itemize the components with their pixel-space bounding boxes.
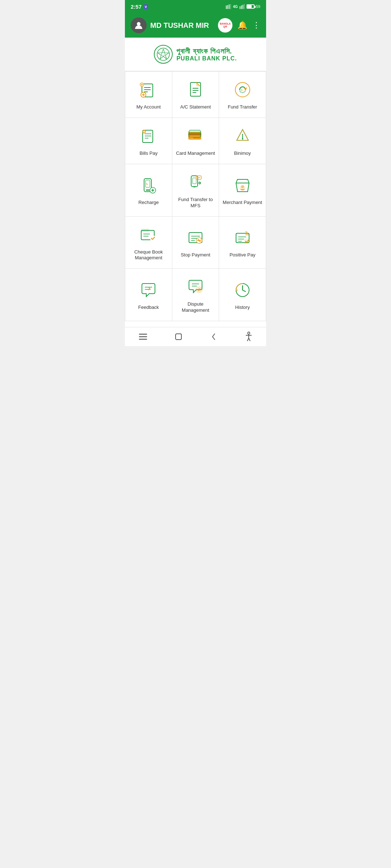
cheque-book-icon [138, 224, 159, 246]
dispute-management-icon: ✗ [185, 276, 206, 298]
svg-rect-83 [176, 334, 181, 340]
v-badge: v [144, 4, 148, 9]
menu-item-feedback[interactable]: Feedback [125, 269, 172, 321]
menu-item-fund-transfer[interactable]: ৳ Fund Transfer [219, 72, 266, 118]
battery-percent: 59 [256, 4, 260, 9]
card-management-label: Card Management [176, 150, 215, 157]
ac-statement-icon [185, 79, 206, 101]
svg-point-9 [157, 48, 169, 60]
svg-point-84 [248, 332, 250, 334]
svg-line-87 [247, 338, 249, 341]
header-actions: BANGLAQR 🔔 ⋮ [218, 18, 260, 33]
bills-pay-icon [138, 125, 159, 147]
bottom-nav-accessibility[interactable] [244, 332, 253, 342]
svg-point-8 [137, 22, 140, 26]
status-bar: 2:57 v 4G 59 [125, 0, 266, 13]
bottom-nav-menu[interactable] [138, 333, 148, 341]
menu-item-recharge[interactable]: ৳ Recharge [125, 164, 172, 217]
menu-item-fund-transfer-mfs[interactable]: Fund Transfer to MFS [172, 164, 219, 217]
app-header: MD TUSHAR MIR BANGLAQR 🔔 ⋮ [125, 13, 266, 38]
qr-button[interactable]: BANGLAQR [218, 18, 232, 33]
svg-rect-50 [193, 187, 196, 187]
status-icons: 4G 59 [226, 4, 260, 9]
bank-name-english: PUBALI BANK PLC. [176, 55, 237, 62]
bottom-nav-back[interactable] [209, 332, 218, 341]
svg-rect-2 [229, 4, 230, 9]
menu-grid: My Account A/C Statement [125, 71, 266, 321]
main-content: পুবালী ব্যাংক পিএলসি. PUBALI BANK PLC. [125, 38, 266, 327]
status-time: 2:57 [131, 4, 142, 10]
svg-rect-4 [240, 6, 240, 9]
menu-item-binimoy[interactable]: Binimoy [219, 118, 266, 164]
svg-point-26 [235, 82, 250, 97]
svg-text:৳: ৳ [241, 88, 243, 92]
fund-transfer-mfs-label: Fund Transfer to MFS [175, 197, 216, 209]
merchant-payment-label: Merchant Payment [223, 200, 262, 206]
svg-text:৳: ৳ [146, 182, 148, 186]
user-name: MD TUSHAR MIR [150, 21, 214, 30]
more-options-icon[interactable]: ⋮ [252, 21, 260, 30]
svg-rect-47 [146, 190, 150, 191]
menu-item-merchant-payment[interactable]: Merchant Payment [219, 164, 266, 217]
svg-rect-7 [244, 4, 245, 9]
menu-item-ac-statement[interactable]: A/C Statement [172, 72, 219, 118]
positive-pay-icon [232, 227, 253, 248]
menu-item-history[interactable]: History [219, 269, 266, 321]
cheque-book-label: Cheque Book Management [128, 249, 169, 261]
bell-icon[interactable]: 🔔 [237, 21, 247, 30]
binimoy-icon [232, 125, 253, 147]
my-account-label: My Account [136, 104, 161, 110]
svg-rect-3 [230, 4, 231, 9]
menu-item-bills-pay[interactable]: Bills Pay [125, 118, 172, 164]
bottom-nav [125, 327, 266, 346]
fund-transfer-label: Fund Transfer [228, 104, 257, 110]
svg-text:✗: ✗ [198, 288, 201, 292]
stop-payment-label: Stop Payment [181, 252, 210, 258]
recharge-label: Recharge [138, 200, 159, 206]
history-label: History [235, 305, 249, 311]
history-icon [232, 279, 253, 301]
bills-pay-label: Bills Pay [139, 150, 157, 157]
dispute-management-label: Dispute Management [175, 301, 216, 314]
menu-item-cheque-book[interactable]: Cheque Book Management [125, 217, 172, 269]
fund-transfer-mfs-icon [185, 171, 206, 193]
svg-rect-6 [243, 5, 243, 9]
menu-item-card-management[interactable]: Card Management [172, 118, 219, 164]
merchant-payment-icon [232, 174, 253, 196]
svg-point-40 [242, 138, 243, 140]
bottom-nav-home[interactable] [174, 332, 183, 341]
feedback-label: Feedback [138, 305, 159, 311]
svg-rect-60 [141, 229, 149, 232]
user-avatar [131, 17, 147, 33]
menu-item-my-account[interactable]: My Account [125, 72, 172, 118]
svg-rect-22 [190, 82, 201, 96]
recharge-icon: ৳ [138, 174, 159, 196]
my-account-icon [138, 79, 159, 101]
bank-logo-section: পুবালী ব্যাংক পিএলসি. PUBALI BANK PLC. [125, 38, 266, 71]
bank-name: পুবালী ব্যাংক পিএলসি. PUBALI BANK PLC. [176, 47, 237, 62]
card-management-icon [185, 125, 206, 147]
ac-statement-label: A/C Statement [180, 104, 211, 110]
network-4g: 4G [233, 5, 237, 9]
bank-name-bangla: পুবালী ব্যাংক পিএলসি. [176, 47, 232, 55]
svg-point-55 [241, 185, 244, 188]
svg-rect-0 [226, 5, 227, 9]
feedback-icon [138, 279, 159, 301]
binimoy-label: Binimoy [234, 150, 251, 157]
svg-rect-49 [193, 178, 196, 184]
fund-transfer-icon: ৳ [232, 79, 253, 101]
svg-point-59 [150, 235, 156, 241]
battery-icon [247, 4, 255, 9]
bank-logo-circle [154, 45, 173, 64]
positive-pay-label: Positive Pay [230, 252, 256, 258]
menu-item-stop-payment[interactable]: Stop Payment [172, 217, 219, 269]
menu-item-dispute-management[interactable]: ✗ Dispute Management [172, 269, 219, 321]
svg-rect-37 [189, 132, 201, 134]
svg-line-88 [249, 338, 250, 341]
svg-rect-5 [241, 5, 242, 9]
stop-payment-icon [185, 227, 206, 248]
menu-item-positive-pay[interactable]: Positive Pay [219, 217, 266, 269]
svg-rect-1 [227, 5, 228, 9]
